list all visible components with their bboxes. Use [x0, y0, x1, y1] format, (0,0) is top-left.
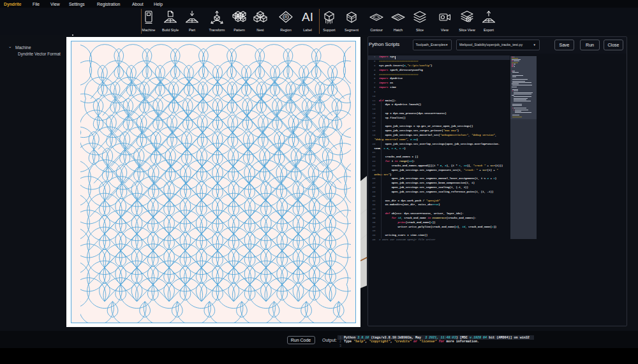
- svg-text:R: R: [285, 15, 288, 19]
- svg-text:AI: AI: [302, 10, 313, 24]
